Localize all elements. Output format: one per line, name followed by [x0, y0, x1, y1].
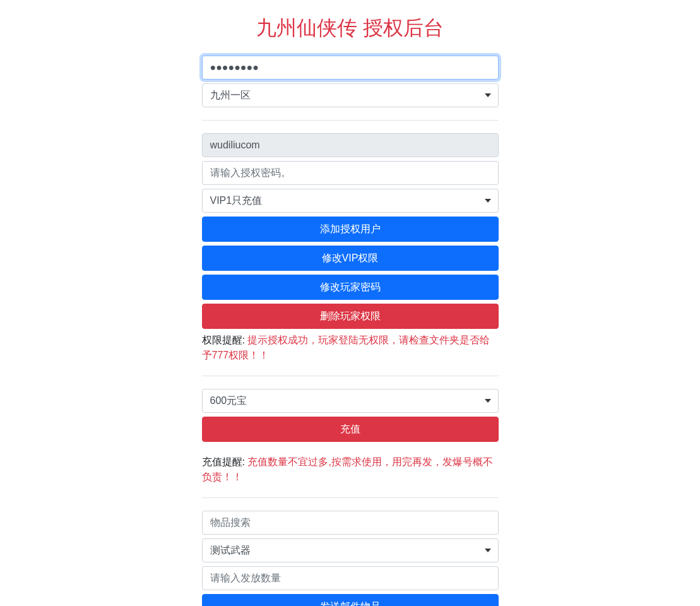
page-title: 九州仙侠传 授权后台 — [202, 13, 499, 43]
recharge-amount-select[interactable]: 600元宝 — [202, 389, 499, 413]
session-password-input[interactable] — [202, 56, 499, 80]
delete-player-button[interactable]: 删除玩家权限 — [202, 304, 499, 329]
modify-password-button[interactable]: 修改玩家密码 — [202, 275, 499, 300]
section-recharge: 600元宝 充值 充值提醒: 充值数量不宜过多,按需求使用，用完再发，发爆号概不… — [202, 389, 499, 498]
auth-note: 权限提醒: 提示授权成功，玩家登陆无权限，请检查文件夹是否给予777权限！！ — [202, 333, 499, 363]
zone-select-wrap: 九州一区 — [202, 83, 499, 107]
quantity-input[interactable] — [202, 566, 499, 590]
add-auth-user-button[interactable]: 添加授权用户 — [202, 217, 499, 242]
vip-select-wrap: VIP1只充值 — [202, 189, 499, 213]
auth-note-label: 权限提醒: — [202, 335, 248, 345]
recharge-select-wrap: 600元宝 — [202, 389, 499, 413]
modify-vip-button[interactable]: 修改VIP权限 — [202, 246, 499, 271]
item-select-wrap: 测试武器 — [202, 538, 499, 562]
auth-username-input[interactable] — [202, 133, 499, 157]
section-mail: 测试武器 发送邮件物品 邮件提醒: 邮件数量不宜过多,按需求使用，用完再发，发爆… — [202, 511, 499, 606]
item-select[interactable]: 测试武器 — [202, 538, 499, 562]
auth-password-input[interactable] — [202, 161, 499, 185]
item-search-input[interactable] — [202, 511, 499, 535]
recharge-button[interactable]: 充值 — [202, 417, 499, 442]
section-top: 九州一区 — [202, 56, 499, 121]
zone-select[interactable]: 九州一区 — [202, 83, 499, 107]
recharge-note: 充值提醒: 充值数量不宜过多,按需求使用，用完再发，发爆号概不负责！！ — [202, 454, 499, 485]
send-mail-button[interactable]: 发送邮件物品 — [202, 594, 499, 606]
vip-level-select[interactable]: VIP1只充值 — [202, 189, 499, 213]
section-auth: VIP1只充值 添加授权用户 修改VIP权限 修改玩家密码 删除玩家权限 权限提… — [202, 133, 499, 376]
recharge-note-label: 充值提醒: — [202, 456, 248, 467]
